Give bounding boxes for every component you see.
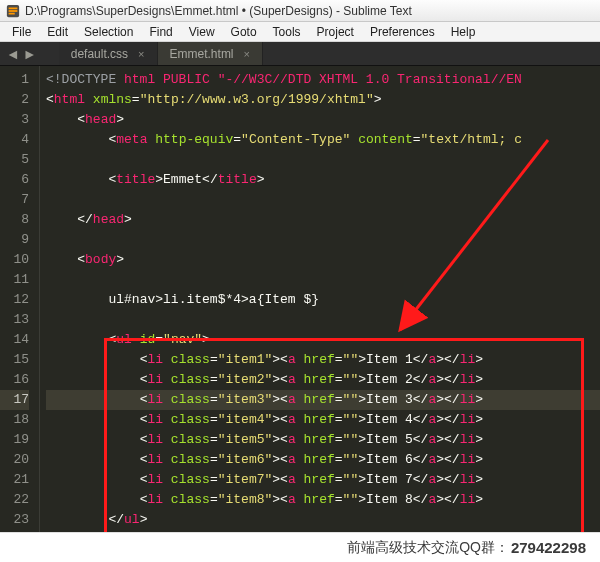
tab-label: default.css xyxy=(71,47,128,61)
tab-strip: default.css×Emmet.html× xyxy=(59,42,263,65)
code-line: <li class="item4"><a href="">Item 4</a><… xyxy=(46,410,600,430)
line-number: 8 xyxy=(0,210,29,230)
code-line: <head> xyxy=(46,110,600,130)
code-line: <meta http-equiv="Content-Type" content=… xyxy=(46,130,600,150)
nav-back-icon[interactable]: ◄ xyxy=(6,46,20,62)
nav-history: ◄ ► xyxy=(0,46,43,62)
footer-bar: 前端高级技术交流QQ群： 279422298 xyxy=(0,532,600,562)
code-line: </head> xyxy=(46,210,600,230)
code-line xyxy=(46,190,600,210)
code-line: <!DOCTYPE html PUBLIC "-//W3C//DTD XHTML… xyxy=(46,70,600,90)
tab-default-css[interactable]: default.css× xyxy=(59,42,158,65)
toolbar: ◄ ► default.css×Emmet.html× xyxy=(0,42,600,66)
code-line: ul#nav>li.item$*4>a{Item $} xyxy=(46,290,600,310)
tab-label: Emmet.html xyxy=(170,47,234,61)
code-line: </ul> xyxy=(46,510,600,530)
line-number: 19 xyxy=(0,430,29,450)
line-number: 15 xyxy=(0,350,29,370)
svg-rect-2 xyxy=(9,10,18,12)
menu-view[interactable]: View xyxy=(181,23,223,41)
line-number: 22 xyxy=(0,490,29,510)
code-line: <li class="item8"><a href="">Item 8</a><… xyxy=(46,490,600,510)
code-line xyxy=(46,230,600,250)
code-line: <ul id="nav"> xyxy=(46,330,600,350)
menu-tools[interactable]: Tools xyxy=(265,23,309,41)
line-number: 23 xyxy=(0,510,29,530)
code-line: <body> xyxy=(46,250,600,270)
menubar: FileEditSelectionFindViewGotoToolsProjec… xyxy=(0,22,600,42)
app-icon xyxy=(6,4,20,18)
gutter: 1234567891011121314151617181920212223 xyxy=(0,66,40,532)
menu-find[interactable]: Find xyxy=(141,23,180,41)
line-number: 5 xyxy=(0,150,29,170)
code-line: <title>Emmet</title> xyxy=(46,170,600,190)
line-number: 2 xyxy=(0,90,29,110)
code-line xyxy=(46,270,600,290)
menu-goto[interactable]: Goto xyxy=(223,23,265,41)
code-line: <li class="item5"><a href="">Item 5</a><… xyxy=(46,430,600,450)
line-number: 11 xyxy=(0,270,29,290)
svg-rect-3 xyxy=(9,12,15,14)
menu-project[interactable]: Project xyxy=(309,23,362,41)
close-icon[interactable]: × xyxy=(138,48,144,60)
line-number: 9 xyxy=(0,230,29,250)
line-number: 4 xyxy=(0,130,29,150)
code-line: <li class="item7"><a href="">Item 7</a><… xyxy=(46,470,600,490)
editor[interactable]: 1234567891011121314151617181920212223 <!… xyxy=(0,66,600,532)
line-number: 20 xyxy=(0,450,29,470)
line-number: 18 xyxy=(0,410,29,430)
menu-edit[interactable]: Edit xyxy=(39,23,76,41)
footer-number: 279422298 xyxy=(511,539,586,556)
code-line xyxy=(46,150,600,170)
code-area[interactable]: <!DOCTYPE html PUBLIC "-//W3C//DTD XHTML… xyxy=(40,66,600,532)
line-number: 1 xyxy=(0,70,29,90)
footer-text: 前端高级技术交流QQ群： xyxy=(347,539,509,557)
line-number: 21 xyxy=(0,470,29,490)
line-number: 10 xyxy=(0,250,29,270)
code-line: <li class="item3"><a href="">Item 3</a><… xyxy=(46,390,600,410)
code-line: <li class="item2"><a href="">Item 2</a><… xyxy=(46,370,600,390)
line-number: 16 xyxy=(0,370,29,390)
nav-forward-icon[interactable]: ► xyxy=(23,46,37,62)
menu-file[interactable]: File xyxy=(4,23,39,41)
tab-emmet-html[interactable]: Emmet.html× xyxy=(158,42,263,65)
close-icon[interactable]: × xyxy=(244,48,250,60)
window-title: D:\Programs\SuperDesigns\Emmet.html • (S… xyxy=(25,4,412,18)
svg-rect-1 xyxy=(9,7,18,9)
code-line: <li class="item1"><a href="">Item 1</a><… xyxy=(46,350,600,370)
line-number: 17 xyxy=(0,390,29,410)
line-number: 14 xyxy=(0,330,29,350)
menu-selection[interactable]: Selection xyxy=(76,23,141,41)
code-line: <li class="item6"><a href="">Item 6</a><… xyxy=(46,450,600,470)
line-number: 3 xyxy=(0,110,29,130)
code-line: <html xmlns="http://www.w3.org/1999/xhtm… xyxy=(46,90,600,110)
menu-preferences[interactable]: Preferences xyxy=(362,23,443,41)
line-number: 13 xyxy=(0,310,29,330)
line-number: 12 xyxy=(0,290,29,310)
line-number: 7 xyxy=(0,190,29,210)
line-number: 6 xyxy=(0,170,29,190)
titlebar: D:\Programs\SuperDesigns\Emmet.html • (S… xyxy=(0,0,600,22)
code-line xyxy=(46,310,600,330)
menu-help[interactable]: Help xyxy=(443,23,484,41)
